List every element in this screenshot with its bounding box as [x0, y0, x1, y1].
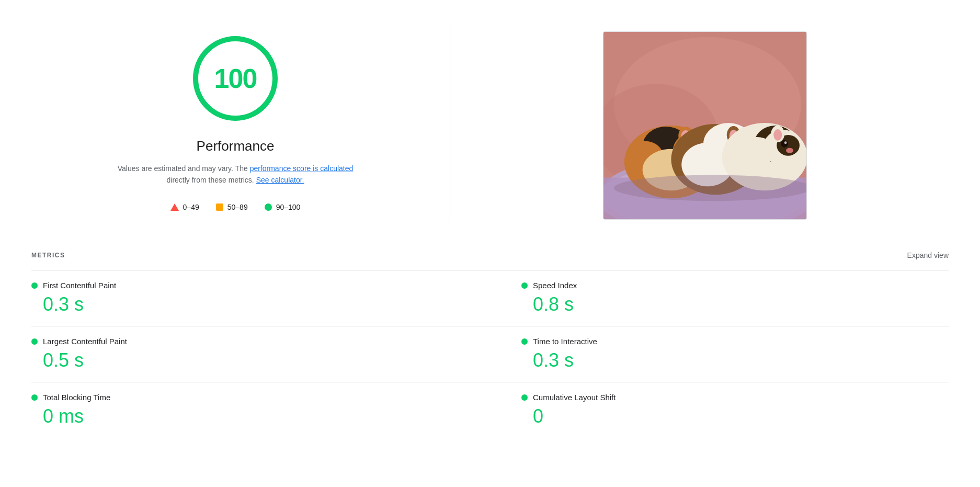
svg-point-34	[781, 140, 788, 148]
score-circle: 100	[188, 31, 282, 126]
page-screenshot	[603, 31, 807, 220]
legend-average: 50–89	[216, 203, 248, 211]
screenshot-svg	[603, 32, 806, 219]
tti-label-row: Time to Interactive	[521, 337, 936, 346]
fcp-label-row: First Contentful Paint	[31, 281, 459, 290]
cls-status-dot	[521, 394, 528, 401]
svg-point-39	[613, 175, 806, 201]
average-icon	[216, 203, 223, 211]
lcp-name: Largest Contentful Paint	[43, 337, 127, 346]
left-panel: 100 Performance Values are estimated and…	[31, 21, 439, 211]
metric-tti: Time to Interactive 0.3 s	[490, 326, 949, 382]
fcp-name: First Contentful Paint	[43, 281, 116, 290]
desc-middle: directly from these metrics.	[167, 176, 256, 184]
cls-value: 0	[521, 405, 936, 427]
tbt-status-dot	[31, 394, 38, 401]
cls-label-row: Cumulative Layout Shift	[521, 393, 936, 402]
average-range: 50–89	[227, 203, 248, 211]
metrics-section: METRICS Expand view First Contentful Pai…	[31, 241, 949, 438]
cls-name: Cumulative Layout Shift	[533, 393, 616, 402]
tti-name: Time to Interactive	[533, 337, 597, 346]
fail-range: 0–49	[183, 203, 199, 211]
metric-cls: Cumulative Layout Shift 0	[490, 382, 949, 438]
metric-fcp: First Contentful Paint 0.3 s	[31, 270, 490, 326]
si-label-row: Speed Index	[521, 281, 936, 290]
legend-pass: 90–100	[265, 203, 301, 211]
calculator-link[interactable]: See calculator.	[256, 176, 304, 184]
performance-label: Performance	[197, 138, 275, 154]
tti-status-dot	[521, 338, 528, 345]
right-panel	[461, 21, 949, 220]
tbt-name: Total Blocking Time	[43, 393, 110, 402]
perf-score-link[interactable]: performance score is calculated	[250, 164, 354, 173]
tti-value: 0.3 s	[521, 349, 936, 371]
svg-point-35	[784, 141, 787, 144]
svg-point-36	[786, 148, 793, 153]
tbt-value: 0 ms	[31, 405, 459, 427]
fcp-value: 0.3 s	[31, 293, 459, 315]
metrics-header: METRICS Expand view	[31, 251, 949, 259]
tbt-label-row: Total Blocking Time	[31, 393, 459, 402]
legend-fail: 0–49	[170, 203, 199, 211]
metrics-grid: First Contentful Paint 0.3 s Speed Index…	[31, 270, 949, 438]
metric-lcp: Largest Contentful Paint 0.5 s	[31, 326, 490, 382]
score-value: 100	[214, 63, 257, 94]
si-name: Speed Index	[533, 281, 577, 290]
si-value: 0.8 s	[521, 293, 936, 315]
lcp-status-dot	[31, 338, 38, 345]
top-section: 100 Performance Values are estimated and…	[31, 21, 949, 241]
lcp-value: 0.5 s	[31, 349, 459, 371]
section-divider	[450, 21, 450, 220]
pass-range: 90–100	[276, 203, 301, 211]
metric-si: Speed Index 0.8 s	[490, 270, 949, 326]
score-legend: 0–49 50–89 90–100	[170, 203, 301, 211]
svg-point-38	[773, 129, 782, 141]
description-text: Values are estimated and may vary. The p…	[110, 163, 361, 186]
lcp-label-row: Largest Contentful Paint	[31, 337, 459, 346]
fcp-status-dot	[31, 282, 38, 289]
metric-tbt: Total Blocking Time 0 ms	[31, 382, 490, 438]
desc-before: Values are estimated and may vary. The	[118, 164, 250, 173]
metrics-title: METRICS	[31, 252, 65, 259]
page-container: 100 Performance Values are estimated and…	[0, 0, 980, 459]
si-status-dot	[521, 282, 528, 289]
pass-icon	[265, 203, 272, 211]
expand-view-button[interactable]: Expand view	[907, 251, 949, 259]
fail-icon	[170, 203, 179, 211]
